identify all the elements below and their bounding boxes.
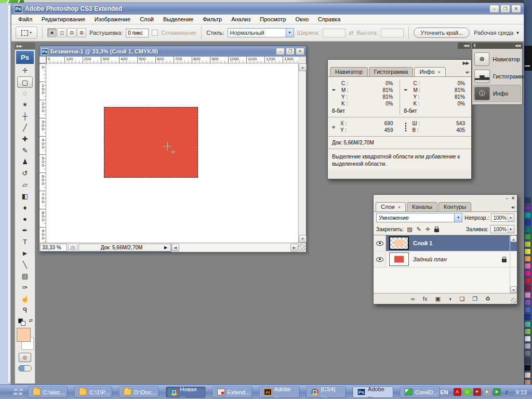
vertical-scrollbar[interactable]: ▲ ▼ xyxy=(298,63,306,243)
zoom-tool[interactable]: ᑫ xyxy=(17,305,33,316)
new-group-icon[interactable]: ❏ xyxy=(459,296,464,302)
hand-tool[interactable]: ☝ xyxy=(17,294,33,305)
spin-arrow-icon[interactable]: ▸ xyxy=(508,214,514,221)
feather-input[interactable]: 0 пикс xyxy=(126,29,149,37)
device-tray-icon[interactable]: ● xyxy=(483,388,491,396)
menu-item[interactable]: Просмотр xyxy=(255,15,290,23)
lasso-tool[interactable]: ◌ xyxy=(17,88,33,99)
link-layers-icon[interactable]: ∞ xyxy=(411,296,415,302)
taskbar-button[interactable]: AiAdobe ... xyxy=(259,387,300,398)
style-select[interactable]: Нормальный ▾ xyxy=(228,28,294,37)
selection-mode-button[interactable]: ⊟ xyxy=(67,28,76,37)
move-tool[interactable]: ✛ xyxy=(17,65,33,76)
menu-item[interactable]: Окно xyxy=(291,15,314,23)
flash-tray-icon[interactable]: ✦ xyxy=(473,388,481,396)
scroll-down-icon[interactable]: ▼ xyxy=(510,286,517,293)
taskbar-button[interactable]: Extend... xyxy=(212,387,252,398)
menu-item[interactable]: Справка xyxy=(313,15,345,23)
tab-info[interactable]: Инфо× xyxy=(414,67,445,76)
dodge-tool[interactable]: ● xyxy=(17,214,33,225)
refine-edge-button[interactable]: Уточнить край... xyxy=(414,28,470,38)
dock-item-navigator[interactable]: ☸Навигатор xyxy=(473,50,521,68)
selection-mode-button[interactable]: ◫ xyxy=(57,28,66,37)
restore-button[interactable]: ❐ xyxy=(500,5,510,13)
document-title-bar[interactable]: Ps Безимени-1 @ 33,3% (Слой 1, CMYK/8) –… xyxy=(39,46,306,57)
menu-item[interactable]: Файл xyxy=(14,15,37,23)
taskbar-button[interactable]: PsAdobe ... xyxy=(353,387,393,398)
magic-wand-tool[interactable]: ✶ xyxy=(17,99,33,111)
tab-channels[interactable]: Каналы xyxy=(407,202,437,211)
layer-row-background[interactable]: Задний план xyxy=(374,251,517,268)
layer-style-icon[interactable]: fx xyxy=(423,296,428,302)
swap-colors-icon[interactable]: ⇄ xyxy=(29,318,33,323)
close-tab-icon[interactable]: × xyxy=(398,205,401,210)
gradient-tool[interactable]: ◧ xyxy=(17,191,33,202)
width-input[interactable] xyxy=(323,29,345,37)
canvas[interactable] xyxy=(46,63,298,243)
scroll-up-icon[interactable]: ▲ xyxy=(299,63,307,71)
swap-dimensions-icon[interactable]: ⇄ xyxy=(349,30,353,36)
panel-menu-icon[interactable]: ▾≡ xyxy=(511,205,515,210)
taskbar-button[interactable]: C:\1\P... xyxy=(74,387,112,398)
path-selection-tool[interactable]: ► xyxy=(17,248,33,259)
menu-item[interactable]: Фильтр xyxy=(198,15,227,23)
layer-name[interactable]: Слой 1 xyxy=(413,240,508,246)
messenger-tray-icon[interactable]: ☺ xyxy=(463,388,471,396)
collapse-panel-icon[interactable]: ▶▶ xyxy=(463,61,469,65)
tab-layers[interactable]: Слои× xyxy=(376,202,406,211)
opacity-input[interactable]: 100% ▸ xyxy=(491,214,514,222)
language-indicator[interactable]: EN xyxy=(440,389,448,395)
combo-arrow-icon[interactable]: ▾ xyxy=(286,29,294,37)
menu-item[interactable]: Анализ xyxy=(227,15,255,23)
foreground-color-swatch[interactable] xyxy=(17,328,31,342)
pen-tool[interactable]: ✒ xyxy=(17,225,33,236)
tool-preset-picker[interactable]: ▾ xyxy=(16,26,37,39)
horizontal-scrollbar[interactable]: ◀ ▶ xyxy=(171,243,306,252)
document-size-readout[interactable]: Док: 5,66M/2,70M ▶ xyxy=(78,244,171,251)
zoom-level-input[interactable]: 33,33 % xyxy=(40,244,67,251)
dock-item-histogram[interactable]: ▂▅▃Гистограмма xyxy=(473,68,521,85)
doc-close-button[interactable]: ✕ xyxy=(296,48,304,55)
rectangular-marquee-tool[interactable]: ▢ xyxy=(17,76,33,88)
taskbar-button[interactable]: C:\aisc... xyxy=(28,387,68,398)
tab-navigator[interactable]: Навигатор xyxy=(330,67,368,76)
close-button[interactable]: ✕ xyxy=(511,5,521,13)
acrobat-tray-icon[interactable]: A xyxy=(454,388,461,396)
taskbar-button[interactable]: [CS4] -... xyxy=(307,387,346,398)
doc-minimize-button[interactable]: – xyxy=(276,48,285,55)
layer-thumbnail[interactable] xyxy=(389,236,409,250)
dock-item-info[interactable]: ⓘИнфо xyxy=(473,85,521,102)
menu-item[interactable]: Слой xyxy=(135,15,158,23)
add-layer-mask-icon[interactable]: ▣ xyxy=(435,296,440,302)
lock-paint-icon[interactable]: ✎ xyxy=(417,226,421,233)
blur-tool[interactable]: ♦ xyxy=(17,202,33,214)
minimize-button[interactable]: – xyxy=(489,5,499,13)
status-clock-icon[interactable]: ◷ xyxy=(68,244,77,251)
height-input[interactable] xyxy=(381,29,404,37)
dock-collapse-stub[interactable]: ◀◀ xyxy=(458,43,471,49)
lock-transparency-icon[interactable]: ▨ xyxy=(407,226,412,233)
menu-item[interactable]: Редактирование xyxy=(37,15,90,23)
taskbar-button[interactable]: CorelD... xyxy=(400,387,440,398)
menu-item[interactable]: Выделение xyxy=(158,15,198,23)
quick-mask-button[interactable]: ◎ xyxy=(19,353,31,362)
resize-grip[interactable] xyxy=(511,298,517,304)
antialias-checkbox[interactable] xyxy=(152,30,158,36)
delete-layer-icon[interactable]: ♻ xyxy=(485,296,490,302)
scroll-up-icon[interactable]: ▲ xyxy=(510,235,517,242)
history-brush-tool[interactable]: ↺ xyxy=(17,168,33,179)
spin-arrow-icon[interactable]: ▸ xyxy=(508,225,514,233)
type-tool[interactable]: T xyxy=(17,236,33,248)
dock-collapse-icon[interactable]: ◀◀ xyxy=(515,44,521,49)
panel-minimize-icon[interactable]: – xyxy=(506,196,508,201)
combo-arrow-icon[interactable]: ▾ xyxy=(454,214,462,222)
doc-restore-button[interactable]: ❐ xyxy=(286,48,295,55)
line-tool[interactable]: ╲ xyxy=(17,259,33,271)
screen-mode-button[interactable] xyxy=(18,365,32,371)
eraser-tool[interactable]: ▱ xyxy=(17,179,33,191)
tab-histogram[interactable]: Гистограмма xyxy=(369,67,414,76)
menu-item[interactable]: Изображение xyxy=(90,15,135,23)
layer-thumbnail[interactable] xyxy=(389,252,409,266)
layers-scrollbar[interactable]: ▲ ▼ xyxy=(510,235,517,293)
selection-mode-button[interactable]: ■ xyxy=(47,28,57,37)
